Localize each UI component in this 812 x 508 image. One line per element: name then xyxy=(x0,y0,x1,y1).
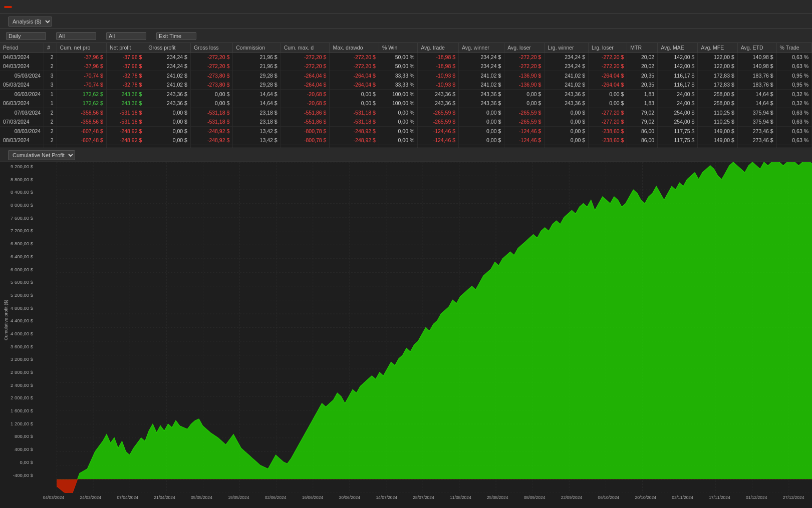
y-axis-label: 3 600,00 $ xyxy=(1,344,33,349)
table-cell: 0,00 $ xyxy=(330,90,379,99)
table-cell: -800,78 $ xyxy=(281,127,330,136)
table-cell: 06/03/2024 xyxy=(0,99,44,108)
table-cell: 3 xyxy=(44,80,57,90)
table-cell: 243,36 $ xyxy=(106,90,145,99)
timebase-filter-group: Exit Time xyxy=(154,32,196,40)
table-cell: 110,25 $ xyxy=(698,108,737,118)
x-axis-label: 17/11/2024 xyxy=(701,495,738,500)
table-cell: 0,00 $ xyxy=(459,108,504,118)
table-cell: 23,18 $ xyxy=(233,108,281,118)
table-cell: 241,02 $ xyxy=(545,71,589,81)
header-cell: Avg. winner xyxy=(459,43,504,53)
table-cell: -124,46 $ xyxy=(418,136,459,145)
table-cell: -248,92 $ xyxy=(190,136,232,145)
table-cell: -124,46 $ xyxy=(418,127,459,136)
table-row: 07/03/20242-358,56 $-531,18 $0,00 $-531,… xyxy=(0,117,812,127)
x-axis-label: 01/12/2024 xyxy=(738,495,775,500)
table-cell: 0,00 $ xyxy=(459,136,504,145)
table-cell: 13,42 $ xyxy=(233,127,281,136)
display-select[interactable]: Analysis ($) xyxy=(8,17,52,27)
header-cell: % Win xyxy=(379,43,417,53)
table-cell: 0,00 $ xyxy=(145,108,191,118)
table-cell: 0,00 $ xyxy=(545,108,589,118)
y-axis-label: 7 200,00 $ xyxy=(1,228,33,233)
table-cell: 24,00 $ xyxy=(658,90,698,99)
table-cell: -264,04 $ xyxy=(330,80,379,90)
table-cell: -358,56 $ xyxy=(57,117,106,127)
x-axis-label: 11/08/2024 xyxy=(442,495,479,500)
table-cell: -272,20 $ xyxy=(330,62,379,71)
longshort-select[interactable]: All xyxy=(56,32,96,40)
table-cell: 234,24 $ xyxy=(459,62,504,71)
y-axis-label: 8 000,00 $ xyxy=(1,203,33,208)
table-cell: -272,20 $ xyxy=(504,53,545,62)
table-cell: 149,00 $ xyxy=(698,127,737,136)
table-cell: 0,00 % xyxy=(379,117,417,127)
table-cell: 140,98 $ xyxy=(737,53,776,62)
table-cell: 86,00 xyxy=(627,127,658,136)
table-cell: 172,62 $ xyxy=(57,90,106,99)
table-cell: -248,92 $ xyxy=(190,127,232,136)
table-cell: -10,93 $ xyxy=(418,80,459,90)
table-row: 06/03/20241172,62 $243,36 $243,36 $0,00 … xyxy=(0,99,812,108)
table-cell: -238,60 $ xyxy=(589,136,627,145)
table-cell: 273,46 $ xyxy=(737,127,776,136)
table-cell: 20,02 xyxy=(627,53,658,62)
table-cell: 0,32 % xyxy=(776,90,811,99)
svg-rect-48 xyxy=(57,479,812,493)
table-cell: -277,20 $ xyxy=(589,117,627,127)
table-cell: 0,00 $ xyxy=(589,99,627,108)
table-cell: -20,68 $ xyxy=(281,99,330,108)
header-cell: # xyxy=(44,43,57,53)
table-cell: -265,59 $ xyxy=(504,108,545,118)
table-row: 08/03/20242-607,48 $-248,92 $0,00 $-248,… xyxy=(0,136,812,145)
wl-select[interactable]: All xyxy=(106,32,146,40)
table-cell: 1 xyxy=(44,90,57,99)
table-row: 04/03/20242-37,96 $-37,96 $234,24 $-272,… xyxy=(0,62,812,71)
period-filter-group: Daily xyxy=(4,32,46,40)
table-cell: 116,17 $ xyxy=(658,80,698,90)
table-cell: 20,35 xyxy=(627,80,658,90)
table-cell: -358,56 $ xyxy=(57,108,106,118)
y-axis-label: 7 600,00 $ xyxy=(1,216,33,221)
x-axis-label: 06/10/2024 xyxy=(590,495,627,500)
x-axis-label: 03/11/2024 xyxy=(664,495,701,500)
table-cell: 0,00 $ xyxy=(190,99,232,108)
y-axis-label: 800,00 $ xyxy=(1,434,33,439)
table-cell: 375,94 $ xyxy=(737,117,776,127)
table-cell: 1,83 xyxy=(627,90,658,99)
table-cell: 07/03/2024 xyxy=(0,117,44,127)
period-select[interactable]: Daily xyxy=(6,32,46,40)
header-cell: Lrg. loser xyxy=(589,43,627,53)
table-cell: 06/03/2024 xyxy=(0,90,44,99)
table-cell: 13,42 $ xyxy=(233,136,281,145)
timebase-select[interactable]: Exit Time xyxy=(156,32,196,40)
table-cell: -70,74 $ xyxy=(57,80,106,90)
header-row: Period#Cum. net proNet profitGross profi… xyxy=(0,43,812,53)
table-cell: 1 xyxy=(44,99,57,108)
table-cell: 0,00 $ xyxy=(589,90,627,99)
table-cell: -272,20 $ xyxy=(589,62,627,71)
header-cell: Net profit xyxy=(106,43,145,53)
table-cell: 0,00 $ xyxy=(504,90,545,99)
header-cell: % Trade xyxy=(776,43,811,53)
table-cell: -37,96 $ xyxy=(106,62,145,71)
table-cell: 0,63 % xyxy=(776,53,811,62)
table-cell: 14,64 $ xyxy=(233,99,281,108)
table-cell: -531,18 $ xyxy=(190,108,232,118)
table-cell: -551,86 $ xyxy=(281,117,330,127)
y-axis-label: 5 600,00 $ xyxy=(1,280,33,285)
table-cell: 0,00 $ xyxy=(545,127,589,136)
y-axis-label: 8 400,00 $ xyxy=(1,190,33,195)
table-cell: 0,63 % xyxy=(776,108,811,118)
table-body: 04/03/20242-37,96 $-37,96 $234,24 $-272,… xyxy=(0,53,812,149)
table-cell: 21,96 $ xyxy=(233,53,281,62)
header-cell: Cum. net pro xyxy=(57,43,106,53)
table-cell: -136,90 $ xyxy=(504,80,545,90)
graph-type-select[interactable]: Cumulative Net Profit xyxy=(8,150,75,160)
y-axis-label: 0,00 $ xyxy=(1,460,33,465)
table-cell: 05/03/2024 xyxy=(0,71,44,81)
x-axis-label: 21/04/2024 xyxy=(146,495,183,500)
table-cell: 79,02 xyxy=(627,117,658,127)
y-axis-label: 4 000,00 $ xyxy=(1,331,33,336)
